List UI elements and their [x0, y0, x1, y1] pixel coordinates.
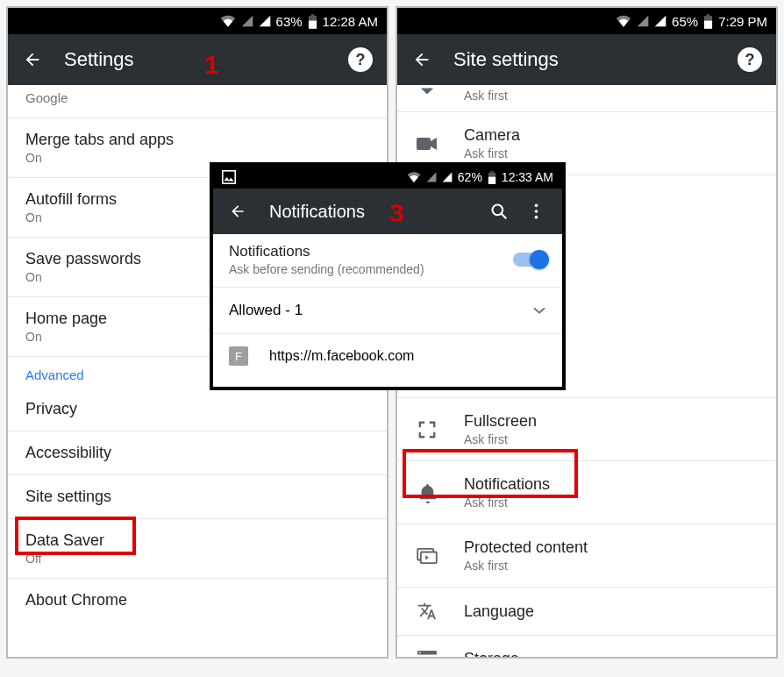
clock-time: 12:28 AM [323, 14, 378, 29]
row-data-saver[interactable]: Data Saver Off [8, 519, 387, 579]
row-about-chrome[interactable]: About Chrome [8, 579, 387, 622]
signal-icon [259, 15, 271, 27]
help-button[interactable]: ? [738, 47, 762, 72]
row-language[interactable]: Language [397, 588, 776, 636]
battery-icon [488, 171, 496, 184]
row-protected-content[interactable]: Protected content Ask first [397, 524, 776, 588]
toolbar-title: Site settings [453, 48, 738, 71]
search-button[interactable] [487, 199, 511, 224]
back-button[interactable] [411, 49, 432, 70]
row-site-settings[interactable]: Site settings [8, 475, 387, 519]
svg-rect-6 [417, 138, 431, 150]
step-label-3: 3 [389, 198, 404, 228]
signal-icon [442, 172, 453, 182]
picture-icon [222, 170, 236, 184]
row-top-partial[interactable]: Ask first [397, 85, 776, 112]
site-url: https://m.facebook.com [269, 348, 414, 364]
svg-rect-1 [309, 20, 317, 28]
status-bar: 65% 7:29 PM [397, 8, 776, 34]
row-notifications-toggle[interactable]: Notifications Ask before sending (recomm… [213, 234, 562, 288]
svg-line-20 [502, 214, 507, 219]
svg-point-19 [493, 205, 503, 216]
bell-icon [415, 482, 439, 503]
toggle-switch-on[interactable] [513, 253, 546, 267]
back-button[interactable] [227, 201, 248, 222]
row-notifications[interactable]: Notifications Ask first [397, 461, 776, 524]
help-button[interactable]: ? [348, 47, 373, 72]
clock-time: 7:29 PM [718, 14, 767, 29]
svg-rect-5 [707, 14, 710, 16]
row-accessibility[interactable]: Accessibility [8, 431, 387, 475]
row-allowed-group[interactable]: Allowed - 1 [213, 288, 562, 334]
toolbar: Site settings ? [397, 34, 776, 85]
camera-icon [415, 137, 439, 151]
status-bar: 62% 12:33 AM [213, 166, 562, 189]
storage-icon [415, 651, 439, 658]
wifi-icon [220, 15, 236, 27]
fullscreen-icon [415, 420, 439, 439]
battery-icon [703, 14, 713, 29]
toolbar: Notifications 3 [213, 189, 562, 234]
row-site-facebook[interactable]: F https://m.facebook.com [213, 334, 562, 378]
signal-icon-dim [426, 172, 437, 182]
row-storage[interactable]: Storage [397, 636, 776, 657]
svg-point-12 [419, 652, 421, 653]
svg-rect-8 [421, 552, 437, 563]
svg-rect-2 [310, 14, 314, 16]
svg-rect-17 [488, 176, 495, 183]
clock-time: 12:33 AM [502, 170, 553, 184]
screenshot-3-notifications: 62% 12:33 AM Notifications 3 Notificatio… [210, 162, 566, 390]
status-bar: 63% 12:28 AM [8, 8, 387, 34]
battery-percent: 63% [276, 14, 303, 29]
svg-rect-18 [490, 171, 493, 173]
battery-percent: 62% [458, 170, 482, 184]
chevron-down-icon [415, 87, 439, 96]
signal-icon-dim [637, 15, 649, 27]
wifi-icon [616, 15, 631, 27]
overflow-menu-button[interactable] [524, 199, 548, 224]
notifications-content: Notifications Ask before sending (recomm… [213, 234, 562, 387]
wifi-icon [407, 172, 421, 182]
svg-point-22 [534, 210, 538, 213]
row-privacy[interactable]: Privacy [8, 388, 387, 431]
language-icon [415, 602, 439, 621]
toolbar-title: Notifications [269, 202, 474, 222]
favicon: F [229, 346, 248, 366]
signal-icon-dim [241, 15, 253, 27]
battery-percent: 65% [672, 14, 698, 29]
row-fullscreen[interactable]: Fullscreen Ask first [397, 398, 776, 461]
chevron-down-icon [532, 306, 546, 315]
protected-content-icon [415, 548, 439, 564]
step-label-1: 1 [204, 50, 219, 80]
battery-icon [308, 14, 317, 29]
svg-rect-4 [704, 20, 712, 28]
signal-icon [654, 15, 666, 27]
toolbar: Settings ? [8, 34, 387, 85]
back-button[interactable] [22, 49, 43, 70]
svg-rect-15 [223, 171, 235, 183]
svg-point-23 [534, 216, 538, 219]
svg-point-21 [534, 204, 538, 208]
row-google[interactable]: Google [8, 85, 387, 118]
